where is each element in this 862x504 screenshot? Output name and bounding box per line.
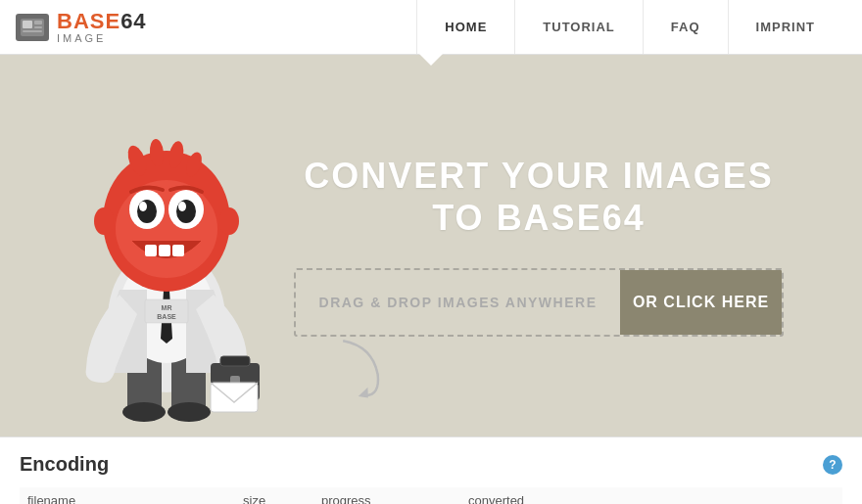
- svg-point-26: [116, 180, 217, 278]
- svg-point-31: [139, 202, 147, 211]
- svg-rect-3: [34, 26, 42, 28]
- nav-item-tutorial[interactable]: TUTORIAL: [514, 0, 642, 54]
- svg-rect-34: [159, 245, 170, 256]
- svg-rect-35: [172, 245, 184, 256]
- svg-rect-1: [23, 21, 32, 28]
- logo-highlight: BASE: [57, 9, 120, 33]
- hero-title: CONVERT YOUR IMAGES TO BASE64: [304, 155, 773, 239]
- mascot: MR BASE: [59, 94, 274, 436]
- encoding-table: filename size progress converted grinnin…: [20, 487, 842, 504]
- logo-text: BASEBASE6464 IMAGE: [57, 11, 147, 44]
- svg-point-30: [176, 200, 196, 223]
- col-header-progress: progress: [313, 487, 460, 504]
- nav-item-imprint[interactable]: IMPRINT: [728, 0, 842, 54]
- col-header-filename: filename: [20, 487, 235, 504]
- main-nav: HOME TUTORIAL FAQ IMPRINT: [416, 0, 842, 54]
- svg-point-36: [94, 207, 114, 235]
- hero-content: CONVERT YOUR IMAGES TO BASE64 DRAG & DRO…: [294, 155, 784, 337]
- svg-rect-17: [211, 383, 258, 412]
- col-header-size: size: [235, 487, 313, 504]
- svg-text:MR: MR: [162, 304, 172, 311]
- header-triangle: [417, 52, 445, 66]
- logo-name: BASEBASE6464: [57, 11, 147, 32]
- col-header-actions: [539, 487, 842, 504]
- col-header-converted: converted: [460, 487, 539, 504]
- nav-item-home[interactable]: HOME: [416, 0, 514, 54]
- svg-point-8: [122, 402, 166, 422]
- encoding-section: Encoding ? filename size progress conver…: [0, 436, 862, 504]
- svg-rect-2: [34, 21, 42, 24]
- hero-section: MR BASE: [0, 55, 862, 436]
- svg-point-9: [168, 402, 211, 422]
- svg-text:BASE: BASE: [157, 313, 176, 320]
- svg-rect-33: [145, 245, 157, 256]
- encoding-header: Encoding ?: [20, 453, 842, 476]
- svg-point-32: [178, 202, 186, 211]
- svg-marker-38: [359, 386, 372, 400]
- logo: BASEBASE6464 IMAGE: [16, 11, 147, 44]
- logo-icon: [16, 14, 49, 41]
- help-icon[interactable]: ?: [823, 455, 842, 475]
- arrow-hint: [314, 328, 411, 418]
- svg-point-29: [137, 200, 157, 223]
- svg-rect-14: [220, 356, 250, 366]
- logo-sub: IMAGE: [57, 33, 147, 44]
- nav-item-faq[interactable]: FAQ: [643, 0, 728, 54]
- header: BASEBASE6464 IMAGE HOME TUTORIAL FAQ IMP…: [0, 0, 862, 55]
- table-header-row: filename size progress converted: [20, 487, 842, 504]
- click-here-button[interactable]: OR CLICK HERE: [620, 270, 782, 335]
- svg-point-37: [219, 207, 239, 235]
- drop-zone[interactable]: DRAG & DROP IMAGES ANYWHERE OR CLICK HER…: [294, 268, 784, 337]
- svg-rect-4: [23, 30, 42, 32]
- encoding-title: Encoding: [20, 453, 109, 476]
- drop-text: DRAG & DROP IMAGES ANYWHERE: [296, 270, 620, 335]
